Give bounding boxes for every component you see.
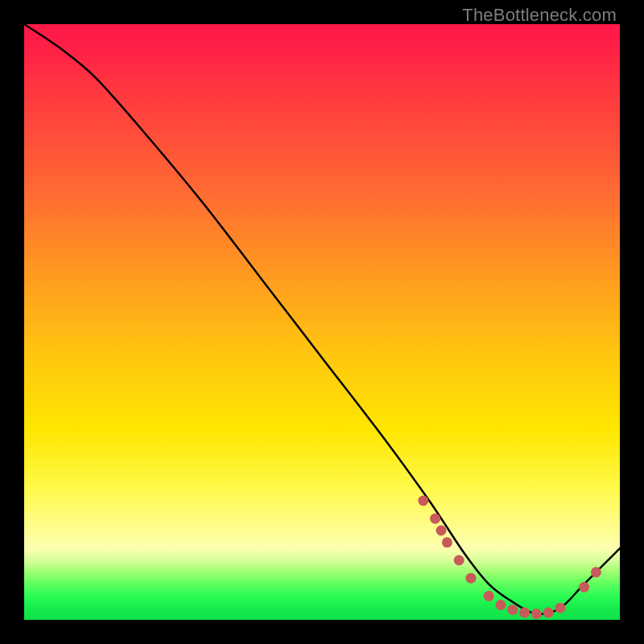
marker-dot xyxy=(496,600,506,610)
marker-dot xyxy=(466,573,477,584)
curve-line xyxy=(24,24,620,614)
chart-container: TheBottleneck.com xyxy=(0,0,644,644)
marker-dot xyxy=(579,582,589,592)
chart-svg xyxy=(24,24,620,620)
marker-dot xyxy=(543,608,554,618)
marker-dot xyxy=(442,537,452,547)
marker-dot xyxy=(430,514,440,524)
marker-dot xyxy=(507,605,518,615)
marker-dot xyxy=(519,608,530,618)
plot-area xyxy=(24,24,620,620)
marker-dot xyxy=(531,609,542,619)
curve-path xyxy=(24,24,620,614)
marker-dot xyxy=(484,591,494,601)
marker-dot xyxy=(418,496,428,506)
marker-dot xyxy=(555,603,566,613)
marker-dot xyxy=(436,526,447,536)
marker-dot xyxy=(454,555,464,566)
marker-dot xyxy=(591,567,601,577)
credit-text: TheBottleneck.com xyxy=(462,5,617,26)
